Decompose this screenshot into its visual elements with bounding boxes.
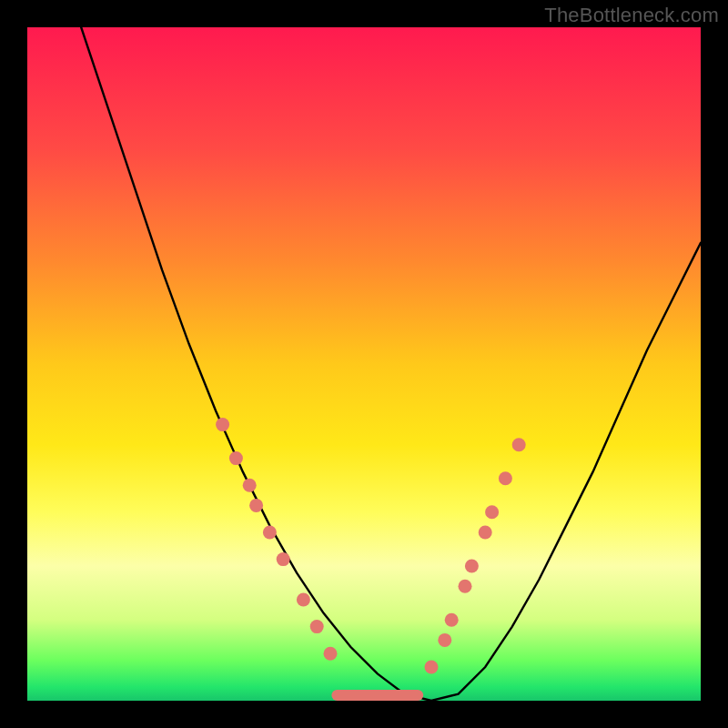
markers-right <box>425 438 526 673</box>
marker-dot <box>297 593 310 607</box>
marker-dot <box>229 451 243 465</box>
marker-dot <box>512 438 526 451</box>
marker-dot <box>216 418 229 431</box>
marker-dot <box>425 661 439 674</box>
marker-dot <box>438 633 451 647</box>
chart-svg <box>27 27 701 701</box>
watermark-text: TheBottleneck.com <box>544 4 719 27</box>
marker-dot <box>277 552 290 566</box>
marker-dot <box>263 526 277 540</box>
marker-dot <box>485 505 499 519</box>
marker-dot <box>324 647 338 661</box>
marker-dot <box>479 526 492 540</box>
bottleneck-curve <box>81 27 701 701</box>
marker-dot <box>243 479 257 492</box>
marker-dot <box>249 499 263 512</box>
marker-dot <box>459 580 472 593</box>
marker-dot <box>465 560 479 573</box>
marker-dot <box>499 471 512 485</box>
plot-area <box>27 27 701 701</box>
chart-stage: TheBottleneck.com <box>0 0 728 728</box>
marker-dot <box>445 613 459 627</box>
marker-dot <box>310 620 324 633</box>
